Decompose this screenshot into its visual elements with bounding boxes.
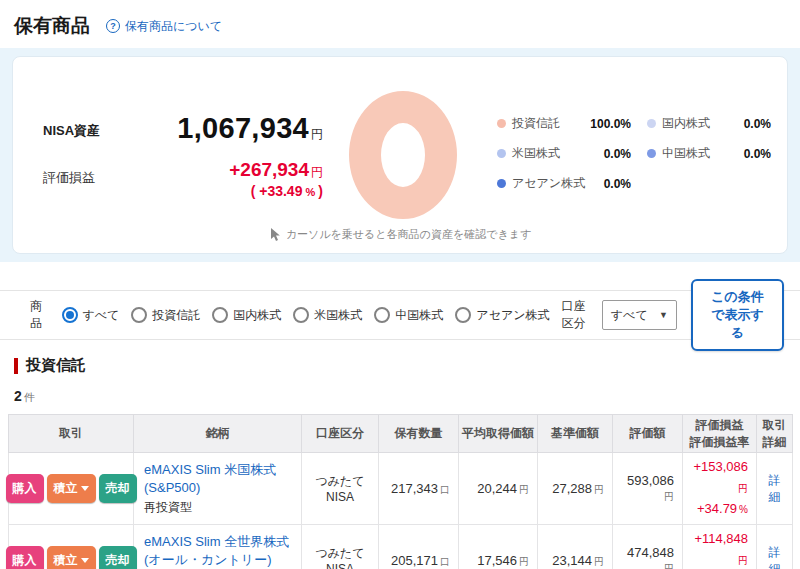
holdings-table: 取引 銘柄 口座区分 保有数量 平均取得価額 基準価額 評価額 評価損益評価損益…	[8, 414, 793, 569]
apply-filter-button[interactable]: この条件で表示する	[691, 279, 784, 351]
allocation-donut-chart[interactable]	[349, 91, 457, 219]
summary-band: NISA資産 1,067,934円 評価損益 +267,934円 ( +33.4…	[0, 48, 800, 262]
radio-icon	[62, 307, 78, 323]
col-fund-name: 銘柄	[134, 415, 302, 453]
account-type-cell: つみたてNISA	[302, 453, 379, 525]
col-account-type: 口座区分	[302, 415, 379, 453]
avg-price-cell: 17,546円	[459, 525, 538, 569]
page-header: 保有商品 ? 保有商品について	[0, 0, 800, 48]
table-row: 購入 積立 売却 eMAXIS Slim 全世界株式(オール・カントリー) 再投…	[9, 525, 793, 569]
radio-us-stock[interactable]: 米国株式	[293, 307, 362, 324]
radio-icon	[293, 307, 309, 323]
col-quantity: 保有数量	[379, 415, 459, 453]
legend-dot	[497, 149, 506, 158]
pl-cell: +114,848円 +31.90%	[683, 525, 757, 569]
buy-button[interactable]: 購入	[6, 546, 44, 569]
detail-link[interactable]: 詳細	[769, 473, 781, 504]
nav-cell: 27,288円	[538, 453, 613, 525]
legend-dot	[497, 119, 506, 128]
value-cell: 593,086円	[613, 453, 683, 525]
pl-label: 評価損益	[43, 159, 127, 187]
pl-value: +267,934円 ( +33.49 % )	[133, 159, 323, 199]
page-title: 保有商品	[14, 13, 90, 39]
filter-bar: 商品 すべて 投資信託 国内株式 米国株式 中国株式 アセアン株式 口座区分 す…	[0, 290, 800, 340]
legend-item: 国内株式 0.0%	[647, 115, 787, 132]
radio-all[interactable]: すべて	[62, 307, 120, 324]
legend-dot	[647, 119, 656, 128]
col-pl: 評価損益評価損益率	[683, 415, 757, 453]
legend-dot	[497, 179, 506, 188]
table-row: 購入 積立 売却 eMAXIS Slim 米国株式(S&P500) 再投資型 つ…	[9, 453, 793, 525]
col-trade: 取引	[9, 415, 134, 453]
radio-icon	[455, 307, 471, 323]
table-header-row: 取引 銘柄 口座区分 保有数量 平均取得価額 基準価額 評価額 評価損益評価損益…	[9, 415, 793, 453]
quantity-cell: 217,343口	[379, 453, 459, 525]
about-holdings-label: 保有商品について	[125, 18, 222, 35]
about-holdings-link[interactable]: ? 保有商品について	[106, 18, 222, 35]
asset-summary: NISA資産 1,067,934円 評価損益 +267,934円 ( +33.4…	[43, 112, 323, 199]
col-nav: 基準価額	[538, 415, 613, 453]
col-detail: 取引詳細	[757, 415, 793, 453]
radio-china-stock[interactable]: 中国株式	[374, 307, 443, 324]
radio-icon	[374, 307, 390, 323]
cursor-icon	[269, 228, 281, 242]
fund-name-link[interactable]: eMAXIS Slim 米国株式(S&P500)	[144, 461, 291, 496]
sell-button[interactable]: 売却	[99, 474, 137, 503]
legend-item: 投資信託 100.0%	[497, 115, 647, 132]
account-type-label: 口座区分	[561, 298, 587, 332]
allocation-legend: 投資信託 100.0% 国内株式 0.0% 米国株式 0.0% 中国株式 0.0…	[497, 115, 787, 192]
result-count: 2件	[14, 388, 800, 405]
asset-value: 1,067,934円	[133, 112, 323, 145]
product-filter-label: 商品	[30, 298, 46, 332]
account-type-select[interactable]: すべて ▼	[602, 300, 677, 330]
fund-type: 再投資型	[144, 499, 291, 516]
chart-hover-hint: カーソルを乗せると各商品の資産を確認できます	[13, 227, 787, 242]
chevron-down-icon	[81, 558, 89, 563]
radio-icon	[212, 307, 228, 323]
nisa-summary-card: NISA資産 1,067,934円 評価損益 +267,934円 ( +33.4…	[12, 56, 788, 254]
sell-button[interactable]: 売却	[99, 546, 137, 569]
detail-link[interactable]: 詳細	[769, 545, 781, 569]
radio-icon	[131, 307, 147, 323]
col-value: 評価額	[613, 415, 683, 453]
chevron-down-icon: ▼	[659, 310, 668, 320]
radio-asean-stock[interactable]: アセアン株式	[455, 307, 549, 324]
buy-button[interactable]: 購入	[6, 474, 44, 503]
legend-item: アセアン株式 0.0%	[497, 175, 647, 192]
pl-rate: ( +33.49 % )	[133, 183, 323, 199]
radio-domestic-stock[interactable]: 国内株式	[212, 307, 281, 324]
pl-cell: +153,086円 +34.79%	[683, 453, 757, 525]
chevron-down-icon	[81, 486, 89, 491]
account-type-cell: つみたてNISA	[302, 525, 379, 569]
question-icon: ?	[106, 19, 120, 33]
avg-price-cell: 20,244円	[459, 453, 538, 525]
asset-label: NISA資産	[43, 112, 127, 140]
value-cell: 474,848円	[613, 525, 683, 569]
quantity-cell: 205,171口	[379, 525, 459, 569]
legend-item: 中国株式 0.0%	[647, 145, 787, 162]
account-filter-group: 口座区分 すべて ▼ この条件で表示する	[561, 279, 784, 351]
section-title: 投資信託	[14, 356, 800, 375]
section-bar	[14, 358, 18, 374]
legend-item: 米国株式 0.0%	[497, 145, 647, 162]
fund-name-link[interactable]: eMAXIS Slim 全世界株式(オール・カントリー)	[144, 533, 291, 568]
tsumitate-button[interactable]: 積立	[47, 546, 96, 569]
legend-dot	[647, 149, 656, 158]
tsumitate-button[interactable]: 積立	[47, 474, 96, 503]
col-avg-price: 平均取得価額	[459, 415, 538, 453]
nav-cell: 23,144円	[538, 525, 613, 569]
radio-investment-trust[interactable]: 投資信託	[131, 307, 200, 324]
